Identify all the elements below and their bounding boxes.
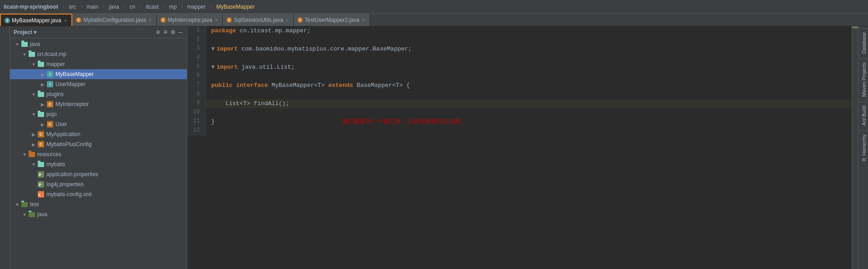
folder-icon-resources: [28, 151, 35, 158]
folder-icon-mapper: [37, 61, 45, 68]
code-area[interactable]: 1 package cn.itcast.mp.mapper; 2 3 ▼impo…: [187, 26, 852, 269]
line-number-10: 10: [187, 108, 206, 117]
file-icon-mybatisconfig-xml: X: [37, 191, 45, 198]
tree-item-mapper[interactable]: ▼ mapper: [10, 59, 187, 69]
breadcrumb-src: src: [69, 4, 76, 10]
file-icon-log4jprops: P: [37, 181, 45, 188]
line-number-8: 8: [187, 90, 206, 99]
line-content-10[interactable]: [206, 108, 852, 117]
tab-myinterceptor[interactable]: C MyInterceptor.java ×: [157, 14, 223, 26]
tree-item-myapplication[interactable]: ▶ C MyApplication: [10, 129, 187, 139]
code-line-9: 9 List<T> findAll();: [187, 99, 852, 108]
breadcrumb-main: main: [86, 4, 98, 10]
tab-mybatisconfiguration[interactable]: C MybatisConfiguration.java ×: [72, 14, 157, 26]
expand-icon[interactable]: ≡: [163, 29, 168, 36]
line-content-5[interactable]: ▼import java.util.List;: [206, 63, 852, 72]
line-content-9[interactable]: List<T> findAll();: [206, 99, 852, 108]
file-icon-myinterceptor: C: [46, 101, 54, 108]
tab-label-sqlsessionutils: SqlSessionUtils.java: [234, 17, 283, 23]
line-number-1: 1: [187, 26, 206, 36]
tree-item-mybasemapper[interactable]: ▶ I MyBaseMapper: [10, 69, 187, 79]
tab-icon-class3: C: [226, 17, 232, 23]
code-line-3: 3 ▼import com.baomidou.mybatisplus.core.…: [187, 45, 852, 54]
tree-item-mybatisconfig-xml[interactable]: ▶ X mybatis-config.xml: [10, 189, 187, 199]
tab-close-testusermapper2[interactable]: ×: [361, 17, 366, 23]
breadcrumb-mp: mp: [169, 4, 177, 10]
database-tab[interactable]: Database: [858, 28, 868, 57]
panel-title: Project ▾: [14, 29, 36, 36]
close-panel-icon[interactable]: —: [178, 29, 183, 36]
tab-close-mybasemapper[interactable]: ×: [63, 18, 68, 23]
line-number-5: 5: [187, 63, 206, 72]
tab-label-myinterceptor: MyInterceptor.java: [168, 17, 212, 23]
line-content-3[interactable]: ▼import com.baomidou.mybatisplus.core.ma…: [206, 45, 852, 54]
code-line-2: 2: [187, 36, 852, 45]
folder-icon-test: [21, 201, 28, 208]
tree-item-test-java[interactable]: ▼ java: [10, 209, 187, 219]
locate-icon[interactable]: ⊙: [155, 28, 161, 36]
tree-item-cnitcastmp[interactable]: ▼ cn.itcast.mp: [10, 49, 187, 59]
breadcrumb-mapper: mapper: [187, 4, 206, 10]
panel-actions: ⊙ ≡ ⚙ —: [155, 28, 183, 36]
line-number-3: 3: [187, 45, 206, 54]
line-content-11[interactable]: } 我们重新写一个接口对，让所有的类可以共用。: [206, 117, 852, 127]
tab-close-myinterceptor[interactable]: ×: [214, 17, 219, 23]
tree-item-appprops[interactable]: ▶ P application.properties: [10, 169, 187, 179]
line-content-1[interactable]: package cn.itcast.mp.mapper;: [206, 26, 852, 36]
tree-item-usermapper[interactable]: ▶ I UserMapper: [10, 79, 187, 89]
tab-close-mybatisconfiguration[interactable]: ×: [148, 17, 152, 23]
outer-right-panel: Database Maven Projects Ant Build 8: Hie…: [858, 26, 868, 269]
error-stripe: [852, 26, 858, 269]
tree-item-mybatisplusconfig[interactable]: ▶ C MybatisPlusConfig: [10, 139, 187, 149]
tab-label-mybatisconfiguration: MybatisConfiguration.java: [83, 17, 146, 23]
tree-item-java[interactable]: ▼ java: [10, 39, 187, 49]
ant-build-tab[interactable]: Ant Build: [858, 102, 868, 129]
line-content-4[interactable]: [206, 54, 852, 63]
tab-icon-class2: C: [161, 17, 166, 23]
line-content-2[interactable]: [206, 36, 852, 45]
line-content-7[interactable]: public interface MyBaseMapper<T> extends…: [206, 81, 852, 90]
code-table: 1 package cn.itcast.mp.mapper; 2 3 ▼impo…: [187, 26, 852, 136]
code-line-1: 1 package cn.itcast.mp.mapper;: [187, 26, 852, 36]
tab-icon-interface: I: [5, 18, 10, 23]
outer-left-panel: [0, 26, 10, 269]
code-line-6: 6: [187, 72, 852, 81]
svg-text:P: P: [39, 183, 41, 187]
tab-mybasemapper[interactable]: I MyBaseMapper.java ×: [0, 14, 72, 26]
maven-projects-tab[interactable]: Maven Projects: [858, 58, 868, 101]
line-content-8[interactable]: [206, 90, 852, 99]
tree-item-test[interactable]: ▼ test: [10, 199, 187, 209]
breadcrumb-java: java: [109, 4, 119, 10]
tab-sqlsessionutils[interactable]: C SqlSessionUtils.java ×: [223, 14, 294, 26]
tree-item-log4jprops[interactable]: ▶ P log4j.properties: [10, 179, 187, 189]
code-line-5: 5 ▼import java.util.List;: [187, 63, 852, 72]
breadcrumb-cn: cn: [130, 4, 135, 10]
settings-gear-icon[interactable]: ⚙: [170, 28, 176, 36]
file-icon-appprops: P: [37, 171, 45, 178]
tree-item-pojo[interactable]: ▼ pojo: [10, 109, 187, 119]
tree-item-resources[interactable]: ▼ resources: [10, 149, 187, 159]
file-icon-mybatisplusconfig: C: [37, 141, 45, 148]
tabs-bar: I MyBaseMapper.java × C MybatisConfigura…: [0, 14, 868, 26]
tree-item-myinterceptor[interactable]: ▶ C MyInterceptor: [10, 99, 187, 109]
line-content-12[interactable]: [206, 127, 852, 136]
tree-item-mybatis[interactable]: ▼ mybatis: [10, 159, 187, 169]
file-icon-usermapper: I: [46, 81, 54, 88]
tab-close-sqlsessionutils[interactable]: ×: [285, 17, 290, 23]
project-title: itcast-mp-springboot: [4, 4, 58, 10]
folder-icon-test-java: [28, 211, 35, 218]
tab-testusermapper2[interactable]: C TestUserMapper2.java ×: [294, 14, 370, 26]
tree-item-user[interactable]: ▶ C User: [10, 119, 187, 129]
code-line-7: 7 public interface MyBaseMapper<T> exten…: [187, 81, 852, 90]
code-line-4: 4: [187, 54, 852, 63]
top-bar: itcast-mp-springboot › src › main › java…: [0, 0, 868, 14]
folder-icon-mybatis: [37, 161, 45, 168]
hierarchy-tab[interactable]: 8: Hierarchy: [858, 130, 868, 165]
gutter-mark-top: [852, 26, 858, 28]
tree-item-plugins[interactable]: ▼ plugins: [10, 89, 187, 99]
line-content-6[interactable]: [206, 72, 852, 81]
line-number-11: 11: [187, 117, 206, 127]
line-number-9: 9: [187, 99, 206, 108]
folder-icon-plugins: [37, 91, 45, 98]
file-icon-myapplication: C: [37, 131, 45, 138]
